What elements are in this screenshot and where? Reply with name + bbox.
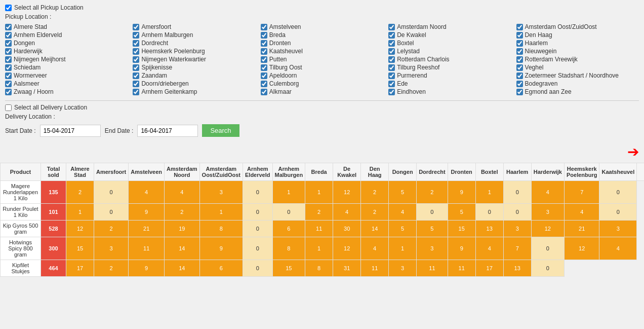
value-cell: 9 xyxy=(199,237,243,260)
value-cell: 6 xyxy=(199,260,243,277)
pickup-location-checkbox[interactable] xyxy=(133,40,139,47)
pickup-location-item: Amersfoort xyxy=(133,23,255,30)
pickup-location-checkbox[interactable] xyxy=(516,72,523,79)
table-row: Magere Runderlappen 1 Kilo13520443011122… xyxy=(1,181,645,204)
pickup-location-name: Culemborg xyxy=(269,80,299,87)
pickup-location-checkbox[interactable] xyxy=(516,48,523,55)
value-cell: 14 xyxy=(165,237,200,260)
pickup-location-checkbox[interactable] xyxy=(133,24,139,30)
pickup-location-checkbox[interactable] xyxy=(133,56,139,63)
value-cell: 1 xyxy=(389,237,417,260)
pickup-location-item: Eindhoven xyxy=(388,88,511,95)
pickup-location-checkbox[interactable] xyxy=(388,32,395,39)
scroll-right-arrow-icon: ➔ xyxy=(627,143,639,160)
pickup-location-checkbox[interactable] xyxy=(516,32,523,39)
pickup-locations-grid: Almere StadAmersfoortAmstelveenAmsterdam… xyxy=(5,23,639,95)
table-row: Kipfilet Stukjes464172914601583111311111… xyxy=(1,260,645,277)
pickup-location-checkbox[interactable] xyxy=(516,64,523,71)
pickup-location-checkbox[interactable] xyxy=(261,89,267,95)
pickup-location-checkbox[interactable] xyxy=(261,64,267,71)
pickup-location-checkbox[interactable] xyxy=(388,89,395,95)
table-header-heemskerk-poelenburg: Heemskerk Poelenburg xyxy=(564,163,599,181)
pickup-location-checkbox[interactable] xyxy=(261,56,267,63)
value-cell: 0 xyxy=(503,204,531,221)
end-date-input[interactable] xyxy=(137,125,198,137)
pickup-location-item: Zoetermeer Stadshart / Noordhove xyxy=(516,72,639,79)
pickup-location-checkbox[interactable] xyxy=(133,64,139,71)
table-header-amsterdam-noord: Amsterdam Noord xyxy=(165,163,200,181)
pickup-location-checkbox[interactable] xyxy=(516,40,523,47)
pickup-location-checkbox[interactable] xyxy=(388,56,395,63)
pickup-location-item: Dongen xyxy=(5,40,128,47)
pickup-location-checkbox[interactable] xyxy=(388,72,395,79)
value-cell: 6 xyxy=(272,221,305,237)
pickup-location-item: Alkmaar xyxy=(261,88,383,95)
table-header-den-haag: Den Haag xyxy=(361,163,389,181)
pickup-location-checkbox[interactable] xyxy=(261,72,267,79)
value-cell: 4 xyxy=(165,181,200,204)
pickup-location-checkbox[interactable] xyxy=(388,24,395,30)
pickup-location-checkbox[interactable] xyxy=(516,89,523,95)
pickup-location-checkbox[interactable] xyxy=(133,48,139,55)
start-date-input[interactable] xyxy=(40,125,101,137)
value-cell: 4 xyxy=(475,237,503,260)
value-cell: 11 xyxy=(417,260,448,277)
table-header-amsterdam-oostzuidoost: Amsterdam Oost/ZuidOost xyxy=(199,163,243,181)
pickup-location-item: Kaatsheuvel xyxy=(261,48,383,55)
scroll-arrow-container: ➔ xyxy=(0,143,644,160)
pickup-location-checkbox[interactable] xyxy=(516,24,523,30)
pickup-location-checkbox[interactable] xyxy=(5,64,12,71)
table-header-dongen: Dongen xyxy=(389,163,417,181)
pickup-location-checkbox[interactable] xyxy=(388,40,395,47)
pickup-location-checkbox[interactable] xyxy=(261,32,267,39)
table-row: Runder Poulet 1 Kilo10110921002424050034… xyxy=(1,204,645,221)
value-cell: 4 xyxy=(599,237,637,260)
pickup-location-checkbox[interactable] xyxy=(133,81,139,87)
pickup-location-checkbox[interactable] xyxy=(5,81,12,87)
value-cell: 5 xyxy=(448,204,475,221)
pickup-location-checkbox[interactable] xyxy=(5,72,12,79)
value-cell: 3 xyxy=(199,181,243,204)
product-name-cell: Kip Gyros 500 gram xyxy=(1,221,41,237)
pickup-location-item: Ede xyxy=(388,80,511,87)
value-cell: 11 xyxy=(448,260,475,277)
pickup-location-checkbox[interactable] xyxy=(516,56,523,63)
pickup-location-checkbox[interactable] xyxy=(133,72,139,79)
pickup-location-checkbox[interactable] xyxy=(5,56,12,63)
value-cell: 9 xyxy=(129,260,165,277)
select-all-delivery-checkbox[interactable] xyxy=(5,104,12,111)
total-sold-cell: 135 xyxy=(41,181,66,204)
pickup-location-checkbox[interactable] xyxy=(261,40,267,47)
pickup-location-checkbox[interactable] xyxy=(133,32,139,39)
pickup-location-checkbox[interactable] xyxy=(388,48,395,55)
pickup-location-checkbox[interactable] xyxy=(388,64,395,71)
pickup-location-checkbox[interactable] xyxy=(133,89,139,95)
pickup-location-checkbox[interactable] xyxy=(388,81,395,87)
pickup-location-name: Heemskerk Poelenburg xyxy=(141,48,205,55)
pickup-location-item: Den Haag xyxy=(516,31,639,39)
select-all-pickup-checkbox[interactable] xyxy=(5,5,12,11)
value-cell: 0 xyxy=(475,204,503,221)
pickup-location-checkbox[interactable] xyxy=(261,24,267,30)
pickup-location-name: Aalsmeer xyxy=(14,80,39,87)
pickup-location-checkbox[interactable] xyxy=(261,48,267,55)
search-button[interactable]: Search xyxy=(202,124,239,137)
value-cell: 13 xyxy=(503,260,531,277)
table-header-de-kwakel: De Kwakel xyxy=(333,163,361,181)
pickup-location-checkbox[interactable] xyxy=(5,48,12,55)
pickup-location-checkbox[interactable] xyxy=(5,24,12,30)
value-cell: 0 xyxy=(531,237,564,260)
product-name-cell: Hotwings Spicy 800 gram xyxy=(1,237,41,260)
value-cell: 0 xyxy=(94,181,129,204)
pickup-location-item: De Kwakel xyxy=(388,31,511,39)
pickup-location-checkbox[interactable] xyxy=(5,40,12,47)
pickup-location-checkbox[interactable] xyxy=(261,81,267,87)
pickup-location-checkbox[interactable] xyxy=(5,89,12,95)
pickup-location-checkbox[interactable] xyxy=(516,81,523,87)
value-cell: 12 xyxy=(66,221,94,237)
table-header-breda: Breda xyxy=(305,163,333,181)
pickup-location-checkbox[interactable] xyxy=(5,32,12,39)
value-cell: 12 xyxy=(333,181,361,204)
value-cell: 0 xyxy=(531,260,564,277)
value-cell: 1 xyxy=(305,181,333,204)
